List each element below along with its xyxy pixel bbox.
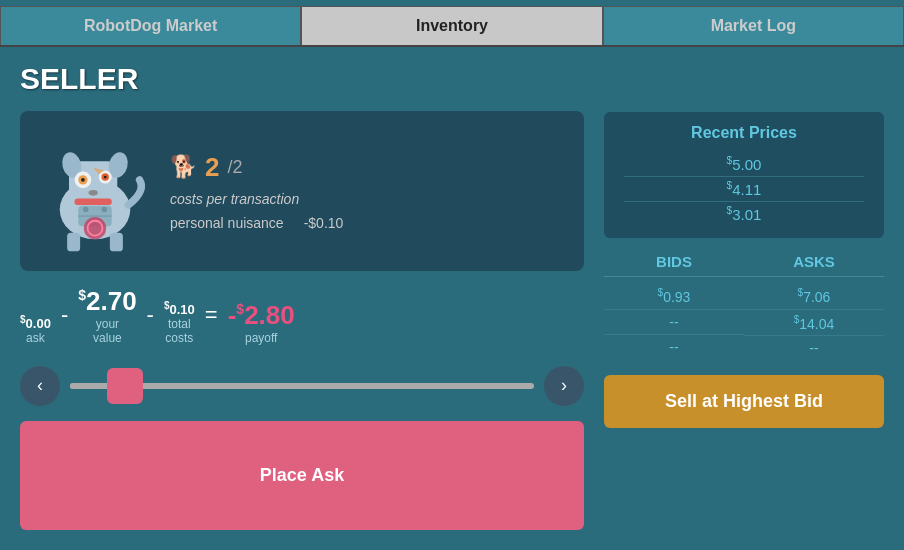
svg-point-6: [81, 178, 85, 182]
main-content: SELLER: [0, 47, 904, 545]
ask-label: ask: [26, 331, 45, 345]
svg-rect-17: [75, 198, 112, 205]
slider-row: ‹ ›: [20, 361, 584, 411]
cost-dollar: $0.10: [164, 300, 195, 317]
payoff-row: $0.00 ask - $2.70 your value - $0.10 tot…: [20, 281, 584, 351]
price-item-2: $4.11: [624, 177, 864, 202]
item-count: 🐕 2 /2: [170, 152, 343, 183]
bid-val-1: $0.93: [604, 283, 744, 310]
sep2: -: [147, 302, 154, 328]
slider-left-button[interactable]: ‹: [20, 366, 60, 406]
sep1: -: [61, 302, 68, 328]
svg-point-10: [89, 190, 98, 196]
costs-label: costs per transaction: [170, 191, 343, 207]
count-number: 2: [205, 152, 219, 183]
ask-value: $0.00 ask: [20, 314, 51, 346]
asks-header: ASKS: [744, 253, 884, 277]
bids-header: BIDS: [604, 253, 744, 277]
payoff-value: -$2.80 payoff: [228, 300, 295, 345]
svg-rect-15: [67, 233, 80, 252]
price-item-3: $3.01: [624, 202, 864, 226]
tab-marketlog[interactable]: Market Log: [603, 6, 904, 45]
price-item-1: $5.00: [624, 152, 864, 177]
cost-value: $0.10 total costs: [164, 300, 195, 346]
tab-bar: RobotDog Market Inventory Market Log: [0, 0, 904, 47]
payoff-label: payoff: [245, 331, 277, 345]
item-info: 🐕 2 /2 costs per transaction personal nu…: [170, 152, 343, 231]
your-label: your value: [93, 317, 122, 346]
dog-image: [35, 126, 155, 256]
sell-at-highest-bid-button[interactable]: Sell at Highest Bid: [604, 375, 884, 428]
ask-val-3: --: [744, 336, 884, 360]
asks-column: ASKS $7.06 $14.04 --: [744, 253, 884, 360]
bids-asks-table: BIDS $0.93 -- -- ASKS $7.06 $14.04 --: [604, 253, 884, 360]
ask-val-2: $14.04: [744, 310, 884, 337]
bid-val-2: --: [604, 310, 744, 335]
recent-prices-title: Recent Prices: [624, 124, 864, 142]
dog-icon: 🐕: [170, 154, 197, 180]
slider-right-button[interactable]: ›: [544, 366, 584, 406]
bid-val-3: --: [604, 335, 744, 359]
svg-point-9: [104, 176, 107, 179]
item-card: 🐕 2 /2 costs per transaction personal nu…: [20, 111, 584, 271]
ask-dollar: $0.00: [20, 314, 51, 331]
your-dollar: $2.70: [78, 286, 136, 317]
ask-val-1: $7.06: [744, 283, 884, 310]
left-panel: SELLER: [20, 62, 584, 530]
svg-point-19: [102, 207, 108, 213]
seller-title: SELLER: [20, 62, 584, 96]
count-max: /2: [227, 157, 242, 178]
place-ask-button[interactable]: Place Ask: [20, 421, 584, 530]
svg-point-18: [83, 207, 89, 213]
tab-robotdog[interactable]: RobotDog Market: [0, 6, 301, 45]
nuisance-row: personal nuisance -$0.10: [170, 215, 343, 231]
payoff-dollar: -$2.80: [228, 300, 295, 331]
bids-column: BIDS $0.93 -- --: [604, 253, 744, 360]
slider-thumb[interactable]: [107, 368, 143, 404]
slider-container[interactable]: [70, 366, 534, 406]
tab-inventory[interactable]: Inventory: [301, 6, 602, 45]
nuisance-label: personal nuisance: [170, 215, 284, 231]
your-value: $2.70 your value: [78, 286, 136, 346]
recent-prices-panel: Recent Prices $5.00 $4.11 $3.01: [604, 112, 884, 238]
cost-label: total costs: [165, 317, 193, 346]
equals: =: [205, 302, 218, 328]
svg-rect-16: [110, 233, 123, 252]
nuisance-value: -$0.10: [304, 215, 344, 231]
right-panel: Recent Prices $5.00 $4.11 $3.01 BIDS $0.…: [604, 62, 884, 530]
